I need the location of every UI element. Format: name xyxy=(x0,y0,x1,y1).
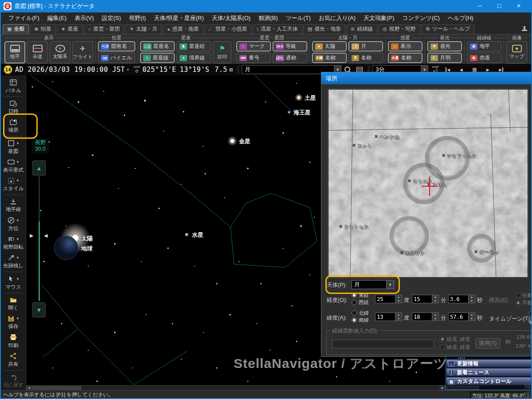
chevron-down-icon[interactable]: ▼ xyxy=(16,219,20,223)
minimize-button[interactable]: ─ xyxy=(470,0,489,12)
calendar-icon[interactable]: ⊞ xyxy=(229,66,233,74)
timezone-caret-icon[interactable]: ▽ xyxy=(127,67,129,72)
numeric-entry-input[interactable] xyxy=(332,340,434,348)
latitude-deg-stepper[interactable]: ▲▼ xyxy=(375,313,402,321)
now-clock-icon[interactable]: NOW◷ xyxy=(132,65,141,74)
toolbar-button-太陽系[interactable]: 太陽系 xyxy=(50,41,70,63)
sidebar-item-マウス[interactable]: ▼マウス xyxy=(1,273,26,292)
toolbar-button-固有名[interactable]: ベガ固有名 xyxy=(98,41,135,51)
sidebar-item-開く[interactable]: 開く xyxy=(1,294,26,313)
longitude-deg-stepper[interactable]: ▲▼ xyxy=(375,295,402,303)
window-resize-grip-icon[interactable] xyxy=(524,392,529,398)
zoom-in-button[interactable]: ▲ xyxy=(32,160,46,176)
longitude-sec-input[interactable] xyxy=(448,295,469,303)
tab-彗星・小惑星[interactable]: ☄彗星・小惑星 xyxy=(204,24,252,34)
sidebar-item-日時[interactable]: 日時 xyxy=(1,98,26,116)
horizontal-scrollbar[interactable]: ◀ ▶ xyxy=(26,385,446,390)
toolbar-button-地平[interactable]: ⊞地平 xyxy=(467,41,501,51)
longitude-min-stepper[interactable]: ▲▼ xyxy=(412,295,439,303)
panel-resize-grip-icon[interactable] xyxy=(524,383,531,389)
scrollbar-thumb[interactable] xyxy=(32,386,81,390)
tab-惑星・衛星[interactable]: ●惑星・衛星 xyxy=(163,24,203,34)
radio-west[interactable] xyxy=(352,300,357,305)
toolbar-button-星座絵[interactable]: ♞星座絵 xyxy=(176,41,211,51)
tab-経緯線[interactable]: ⊞経緯線 xyxy=(346,24,377,34)
toolbar-button-境界線[interactable]: #境界線 xyxy=(176,53,211,63)
radio-south[interactable] xyxy=(352,317,357,323)
tab-全般[interactable]: ▣全般 xyxy=(3,24,29,34)
tab-太陽・月[interactable]: ☀太陽・月 xyxy=(125,24,162,34)
radio-east[interactable] xyxy=(352,293,357,298)
panel-bar-更新情報[interactable]: ⌂更新情報 xyxy=(446,360,531,368)
longitude-deg-input[interactable] xyxy=(375,295,395,303)
zoom-out-button[interactable]: ▼ xyxy=(32,302,46,317)
panel-bar-新着ニュース[interactable]: i新着ニュース xyxy=(446,368,531,376)
toolbar-button-名称[interactable]: 月名称 xyxy=(348,53,383,63)
scroll-left-icon[interactable]: ◀ xyxy=(26,386,32,390)
menu-item[interactable]: ヘルプ(H) xyxy=(444,12,477,24)
tab-流星・人工天体[interactable]: \流星・人工天体 xyxy=(253,24,302,34)
sidebar-item-共有[interactable]: 共有 xyxy=(1,350,26,369)
menu-item[interactable]: 表示(V) xyxy=(70,12,98,24)
moon-feature-label[interactable]: ペンク山 xyxy=(379,134,399,141)
apply-button[interactable]: 適用(Y) xyxy=(475,338,500,348)
radio-timezone-2[interactable] xyxy=(529,320,532,325)
longitude-display[interactable]: 025°15'E xyxy=(142,66,176,74)
longitude-sec-stepper[interactable]: ▲▼ xyxy=(448,295,475,303)
chevron-down-icon[interactable]: ▼ xyxy=(16,237,20,241)
menu-item[interactable]: 天体/太陽系(O) xyxy=(208,12,254,24)
menu-item[interactable]: お気に入り(A) xyxy=(315,12,360,24)
toolbar-button-月明[interactable]: ☾月明 xyxy=(427,53,462,63)
longitude-min-input[interactable] xyxy=(412,295,432,303)
menu-item[interactable]: ファイル(F) xyxy=(4,12,43,24)
moon-feature-label[interactable]: スリム xyxy=(432,182,447,188)
close-button[interactable]: × xyxy=(509,0,528,12)
toolbar-button-赤道[interactable]: ⊞赤道 xyxy=(467,53,501,63)
pin-icon[interactable] xyxy=(521,26,528,33)
zoom-slider-handle-right[interactable]: ◀ xyxy=(44,233,47,239)
radio-north[interactable] xyxy=(352,310,357,316)
menu-item[interactable]: 観測(B) xyxy=(254,12,282,24)
chevron-down-icon[interactable]: ▼ xyxy=(16,256,20,260)
toolbar-button-バイエル[interactable]: αβバイエル xyxy=(98,53,135,63)
maximize-button[interactable]: □ xyxy=(489,0,509,12)
sidebar-item-光跡残し[interactable]: ▼光跡残し xyxy=(1,252,26,271)
moon-feature-label[interactable]: ボーモン xyxy=(479,249,499,256)
sidebar-item-視野回転[interactable]: R▼視野回転 xyxy=(1,233,26,252)
radio-timezone-1[interactable] xyxy=(529,311,532,316)
moon-feature-label[interactable]: テオフィルス xyxy=(447,153,477,160)
tab-視野・写野[interactable]: ◎視野・写野 xyxy=(378,24,420,34)
sidebar-item-印刷[interactable]: 印刷 xyxy=(1,332,26,350)
toolbar-button-太陽[interactable]: ●太陽 xyxy=(312,41,347,51)
toolbar-button-目印[interactable]: ⚑目印 xyxy=(213,41,231,63)
menu-item[interactable]: 視野(I) xyxy=(125,12,150,24)
toolbar-button-マーク[interactable]: ○マーク xyxy=(236,41,271,51)
toolbar-button-昼光[interactable]: ☀昼光 xyxy=(427,41,462,51)
latitude-sec-input[interactable] xyxy=(448,313,469,321)
moon-feature-label[interactable]: タキトゥス xyxy=(344,224,369,231)
latitude-display[interactable]: 13°19'S xyxy=(180,66,209,74)
datetime-display[interactable]: AD 2026/03/03 19:00:00 JST xyxy=(15,66,125,74)
zoom-slider-handle-left[interactable]: ▶ xyxy=(30,233,33,239)
menu-item[interactable]: 編集(E) xyxy=(43,12,70,24)
target-body-combo[interactable]: 月 ▼ xyxy=(352,280,394,289)
toolbar-button-等級[interactable]: 10.0等級 xyxy=(273,41,307,51)
sidebar-item-保存[interactable]: ▼保存 xyxy=(1,313,26,332)
sidebar-item-パネル[interactable]: パネル xyxy=(1,77,26,95)
toolbar-button-星座線[interactable]: /星座線 xyxy=(140,53,175,63)
panel-mini-field[interactable] xyxy=(447,386,479,390)
dialog-title-bar[interactable]: 場所 xyxy=(321,72,532,84)
sidebar-item-場所[interactable]: 場所 xyxy=(1,117,26,135)
tab-ツール・ヘルプ[interactable]: ⚙ツール・ヘルプ xyxy=(421,24,474,34)
toolbar-button-名称[interactable]: 火星名称 xyxy=(388,53,422,63)
scroll-right-icon[interactable]: ▶ xyxy=(440,386,446,390)
toolbar-button-番号[interactable]: M8番号 xyxy=(236,53,271,63)
tab-星座[interactable]: ★星座 xyxy=(57,24,83,34)
tab-恒星[interactable]: ⊕恒星 xyxy=(30,24,55,34)
chevron-down-icon[interactable]: ▼ xyxy=(16,277,20,281)
tab-昼光・地形[interactable]: ▤昼光・地形 xyxy=(303,24,345,34)
toolbar-button-赤道[interactable]: 赤道 xyxy=(27,41,48,63)
tab-星雲・星団[interactable]: ○星雲・星団 xyxy=(84,24,125,34)
latitude-min-stepper[interactable]: ▲▼ xyxy=(412,313,439,321)
menu-item[interactable]: 天文現象(P) xyxy=(360,12,398,24)
